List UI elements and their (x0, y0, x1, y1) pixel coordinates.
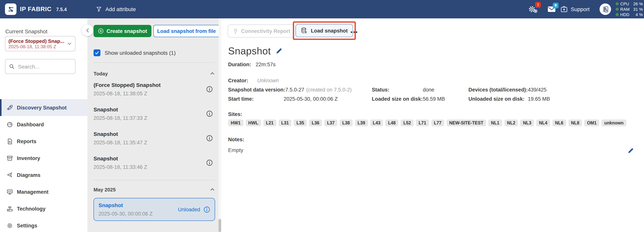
snapshot-group-title: Today (94, 71, 108, 76)
site-tag: HW1 (228, 119, 243, 126)
sidebar-item-settings[interactable]: Settings (0, 217, 88, 232)
more-options-button[interactable] (349, 30, 358, 34)
creator-value: Unknown (257, 77, 279, 84)
snapshot-list-item[interactable]: Snapshot 2025-08-18, 11:35:47 Z (94, 131, 215, 146)
site-tag: L37 (324, 119, 337, 126)
checkbox-checked-icon[interactable] (94, 49, 100, 56)
edit-title-pencil-icon[interactable] (276, 48, 282, 54)
current-snapshot-select[interactable]: (Force Stopped) Snap... 2025-08-18, 11:3… (5, 36, 76, 51)
devices-value: 439/425 (528, 86, 547, 93)
sidebar-item-diagrams[interactable]: Diagrams (0, 167, 88, 183)
edit-notes-pencil-icon[interactable] (628, 148, 634, 154)
plug-icon (233, 28, 238, 34)
notes-row: Notes: (228, 136, 244, 143)
current-snapshot-label: Current Snapshot (5, 28, 47, 34)
info-icon[interactable] (206, 159, 213, 166)
site-tag: L38 (340, 119, 353, 126)
snapshot-group: May 2025 Snapshot 2025-05-30, 00:00:06 Z… (94, 180, 215, 221)
main-content: Connectivity Report Load snapshot Snapsh… (221, 18, 644, 232)
site-tag: L39 (355, 119, 368, 126)
snapshot-item-date: 2025-08-18, 11:37:33 Z (94, 115, 215, 121)
support-button[interactable]: Support (560, 0, 590, 18)
diagrams-icon (6, 172, 13, 178)
info-icon[interactable] (206, 135, 213, 141)
sidebar-item-label: Diagrams (17, 172, 40, 178)
loaded-size-value: 56.59 MB (423, 96, 445, 102)
sidebar-collapse-button[interactable] (82, 24, 93, 36)
load-snapshot-label: Load snapshot (311, 28, 348, 33)
sidebar-item-dashboard[interactable]: Dashboard (0, 116, 88, 133)
sites-label: Sites: (228, 111, 242, 118)
site-tag: NL6 (552, 119, 566, 126)
site-tag: HWL (246, 119, 261, 126)
duration-label: Duration: (228, 61, 256, 68)
duration-value: 22m:57s (256, 61, 276, 68)
panel-scrollbar-thumb[interactable] (218, 219, 221, 232)
messages-button[interactable] (548, 6, 556, 14)
technology-icon (6, 205, 13, 212)
snapshot-list-item[interactable]: (Force Stopped) Snapshot 2025-08-18, 11:… (94, 82, 215, 96)
page-title: Snapshot (228, 45, 271, 57)
search-icon (9, 63, 14, 69)
snapshot-list-item-selected[interactable]: Snapshot 2025-05-30, 00:00:06 Z Unloaded (94, 198, 215, 221)
detail-version: Snapshot data version: 7.5.0-27 (created… (228, 86, 352, 93)
filter-funnel-icon (96, 6, 102, 12)
snapshot-list-item[interactable]: Snapshot 2025-08-18, 11:33:46 Z (94, 155, 215, 170)
stat-label: CPU (620, 1, 630, 6)
connectivity-report-button[interactable]: Connectivity Report (228, 24, 295, 37)
detail-creator: Creator: Unknown (228, 77, 279, 84)
show-unloaded-checkbox-row[interactable]: Show unloaded snapshots (1) (94, 49, 176, 56)
left-sidebar: Current Snapshot (Force Stopped) Snap...… (0, 18, 88, 232)
sidebar-item-management[interactable]: Management (0, 183, 88, 200)
highlight-box: Load snapshot (293, 21, 356, 40)
search-input[interactable] (17, 63, 68, 70)
create-snapshot-button[interactable]: Create snapshot (94, 25, 152, 37)
start-time-value: 2025-05-30, 00:00:06 Z (284, 96, 338, 102)
stat-hdd: HDD 4 % (616, 12, 643, 17)
snapshot-group-header[interactable]: Today (94, 70, 215, 77)
panel-divider (94, 62, 215, 63)
snapshot-list-item[interactable]: Snapshot 2025-08-18, 11:37:33 Z (94, 106, 215, 121)
first-aid-kit-icon (560, 6, 568, 13)
snapshot-item-name: Snapshot (94, 155, 215, 162)
load-snapshot-from-file-button[interactable]: Load snapshot from file (153, 25, 220, 37)
app-root: IP FABRIC 7.5.4 Add attribute ! Support (0, 0, 644, 232)
site-tag: L71 (416, 119, 429, 126)
brand-logo[interactable]: IP FABRIC 7.5.4 (5, 3, 67, 15)
sidebar-search (5, 59, 76, 74)
snapshot-item-name: (Force Stopped) Snapshot (94, 82, 215, 88)
rocket-icon (6, 104, 13, 111)
detail-status: Status: done (372, 86, 434, 93)
stat-value: 31 % (632, 6, 643, 12)
info-icon[interactable] (204, 206, 210, 213)
settings-icon (6, 222, 13, 229)
info-icon[interactable] (206, 86, 213, 92)
load-snapshot-button[interactable]: Load snapshot (296, 24, 353, 37)
loaded-size-label: Loaded size on disk: (372, 96, 423, 102)
sidebar-item-discovery-snapshot[interactable]: Discovery Snapshot (0, 99, 88, 116)
alert-badge: ! (535, 2, 541, 8)
site-tag: NL4 (536, 119, 550, 126)
info-icon[interactable] (206, 110, 213, 117)
add-attribute-button[interactable]: Add attribute (96, 0, 136, 18)
sidebar-item-reports[interactable]: Reports (0, 133, 88, 150)
snapshot-item-date: 2025-08-18, 11:38:05 Z (94, 91, 215, 96)
sidebar-item-inventory[interactable]: Inventory (0, 150, 88, 167)
site-tag: NL3 (520, 119, 534, 126)
snapshot-group-header[interactable]: May 2025 (94, 186, 215, 193)
stat-value: 26 % (632, 1, 643, 6)
status-dot-icon (616, 8, 619, 11)
stat-value: 4 % (632, 12, 643, 17)
detail-devices: Devices (total/licensed): 439/425 (468, 86, 547, 93)
top-header-bar: IP FABRIC 7.5.4 Add attribute ! Support (0, 0, 644, 18)
notification-bell-icon (553, 3, 558, 8)
snapshot-group: Today (Force Stopped) Snapshot 2025-08-1… (94, 70, 215, 170)
site-tag: NL1 (488, 119, 502, 126)
system-settings-button[interactable]: ! (528, 4, 538, 15)
sidebar-item-technology[interactable]: Technology (0, 200, 88, 217)
connectivity-report-label: Connectivity Report (241, 28, 290, 34)
site-tag: NEW-SITE-TEST (446, 119, 486, 126)
user-avatar[interactable] (600, 3, 611, 15)
status-label: Status: (372, 86, 423, 93)
detail-unloaded-size: Unloaded size on disk: 19.65 MB (468, 96, 550, 102)
